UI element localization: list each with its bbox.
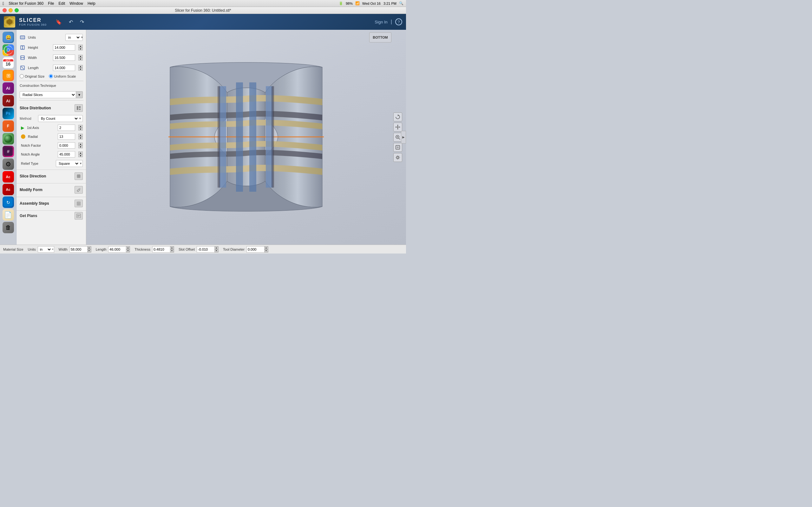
notch-angle-input[interactable] xyxy=(58,151,75,158)
notch-angle-up[interactable]: ▲ xyxy=(78,152,83,154)
units-bottom-select-wrap[interactable]: in cm mm ▼ xyxy=(38,246,54,252)
construction-dropdown-arrow[interactable]: ▼ xyxy=(76,91,83,98)
radial-down[interactable]: ▼ xyxy=(78,136,83,139)
slot-offset-input[interactable] xyxy=(197,247,214,251)
settings-button[interactable] xyxy=(393,153,402,162)
undo-button[interactable]: ↶ xyxy=(67,18,75,26)
slice-direction-header[interactable]: Slice Direction xyxy=(16,170,86,182)
height-down[interactable]: ▼ xyxy=(78,48,83,50)
notch-factor-input[interactable] xyxy=(58,142,75,149)
width-input[interactable] xyxy=(53,55,75,61)
slot-offset-down[interactable]: ▼ xyxy=(214,249,218,252)
dock-slack[interactable]: # xyxy=(3,146,14,157)
minimize-button[interactable] xyxy=(9,8,13,12)
dock-launchpad[interactable]: ⊞ xyxy=(3,70,14,81)
relief-select[interactable]: Square Rounded Dogbone xyxy=(56,161,79,166)
slice-direction-icon[interactable] xyxy=(74,172,83,180)
help-button[interactable]: ? xyxy=(395,18,402,25)
pan-button[interactable] xyxy=(393,123,402,131)
length-bottom-down[interactable]: ▼ xyxy=(126,249,130,252)
dock-ps[interactable]: Ps xyxy=(3,108,14,119)
width-bottom-input[interactable] xyxy=(70,247,87,251)
slot-offset-up[interactable]: ▲ xyxy=(214,246,218,249)
apple-menu[interactable]:  xyxy=(3,1,4,6)
axis-down[interactable]: ▼ xyxy=(78,128,83,130)
edit-menu[interactable]: Edit xyxy=(59,1,65,6)
thickness-up[interactable]: ▲ xyxy=(170,246,174,249)
slice-distribution-icon[interactable] xyxy=(74,104,83,112)
dock-calendar[interactable]: OCT 16 xyxy=(3,57,14,68)
get-plans-row[interactable]: Get Plans xyxy=(16,211,86,221)
dock-ball[interactable] xyxy=(3,133,14,145)
width-down[interactable]: ▼ xyxy=(78,58,83,60)
axis-up[interactable]: ▲ xyxy=(78,125,83,128)
rotate-button[interactable] xyxy=(393,112,402,121)
app-menu-name[interactable]: Slicer for Fusion 360 xyxy=(9,1,44,6)
thickness-input-wrap[interactable]: ▲ ▼ xyxy=(152,246,174,252)
notch-factor-down[interactable]: ▼ xyxy=(78,146,83,148)
viewport[interactable]: BOTTOM xyxy=(86,30,406,245)
tool-diameter-input[interactable] xyxy=(247,247,264,251)
get-plans-icon[interactable] xyxy=(74,212,83,220)
width-bottom-up[interactable]: ▲ xyxy=(87,246,91,249)
length-bottom-input-wrap[interactable]: ▲ ▼ xyxy=(108,246,130,252)
radial-up[interactable]: ▲ xyxy=(78,134,83,136)
units-select-wrap[interactable]: in cm mm ▼ xyxy=(65,34,83,41)
notch-factor-up[interactable]: ▲ xyxy=(78,143,83,146)
thickness-down[interactable]: ▼ xyxy=(170,249,174,252)
dock-ai2[interactable]: Ai xyxy=(3,95,14,107)
uniform-scale-radio[interactable] xyxy=(49,74,53,78)
thickness-input[interactable] xyxy=(153,247,170,251)
slice-distribution-header[interactable]: Slice Distribution xyxy=(16,102,86,114)
tool-diameter-down[interactable]: ▼ xyxy=(264,249,268,252)
bookmark-button[interactable]: 🔖 xyxy=(54,18,64,26)
slot-offset-input-wrap[interactable]: ▲ ▼ xyxy=(197,246,218,252)
dock-blue[interactable]: ↻ xyxy=(3,196,14,208)
method-select[interactable]: By Count By Distance xyxy=(38,116,79,121)
relief-select-wrap[interactable]: Square Rounded Dogbone ▼ xyxy=(56,160,83,167)
assembly-steps-icon[interactable] xyxy=(74,200,83,207)
sign-in-button[interactable]: Sign In xyxy=(374,20,387,24)
close-button[interactable] xyxy=(3,8,7,12)
collapse-panel-button[interactable]: ► xyxy=(401,131,406,144)
dock-gear[interactable]: ⚙ xyxy=(3,158,14,170)
tool-diameter-up[interactable]: ▲ xyxy=(264,246,268,249)
search-icon[interactable]: 🔍 xyxy=(399,1,403,5)
method-select-wrap[interactable]: By Count By Distance ▼ xyxy=(38,115,83,122)
dock-ai1[interactable]: Ai xyxy=(3,82,14,94)
dock-notepad[interactable]: 📄 xyxy=(3,209,14,221)
construction-select[interactable]: Radial Slices Stacked Slices Interlocked… xyxy=(20,91,76,98)
original-size-radio[interactable] xyxy=(20,74,24,78)
length-up[interactable]: ▲ xyxy=(78,65,83,68)
window-menu[interactable]: Window xyxy=(69,1,83,6)
dock-fusion[interactable]: F xyxy=(3,120,14,132)
height-up[interactable]: ▲ xyxy=(78,45,83,48)
help-menu[interactable]: Help xyxy=(88,1,96,6)
length-bottom-up[interactable]: ▲ xyxy=(126,246,130,249)
height-input[interactable] xyxy=(53,44,75,51)
radial-input[interactable] xyxy=(58,133,75,140)
modify-form-icon[interactable] xyxy=(74,186,83,193)
fit-button[interactable] xyxy=(393,143,402,152)
uniform-scale-option[interactable]: Uniform Scale xyxy=(49,74,76,78)
axis-input[interactable] xyxy=(58,124,75,131)
original-size-option[interactable]: Original Size xyxy=(20,74,44,78)
dock-acrobat1[interactable]: Ac xyxy=(3,171,14,182)
width-up[interactable]: ▲ xyxy=(78,55,83,58)
modify-form-header[interactable]: Modify Form xyxy=(16,183,86,195)
length-down[interactable]: ▼ xyxy=(78,68,83,71)
dock-finder[interactable]: 😀 xyxy=(3,32,14,43)
notch-angle-down[interactable]: ▼ xyxy=(78,154,83,157)
tool-diameter-input-wrap[interactable]: ▲ ▼ xyxy=(247,246,268,252)
length-input[interactable] xyxy=(53,65,75,71)
dock-acrobat2[interactable]: Ac xyxy=(3,184,14,195)
width-bottom-input-wrap[interactable]: ▲ ▼ xyxy=(69,246,91,252)
dock-chrome[interactable] xyxy=(3,44,14,56)
dock-trash[interactable]: 🗑 xyxy=(3,222,14,233)
width-bottom-down[interactable]: ▼ xyxy=(87,249,91,252)
assembly-steps-header[interactable]: Assembly Steps xyxy=(16,197,86,209)
view-label[interactable]: BOTTOM xyxy=(369,32,392,43)
maximize-button[interactable] xyxy=(14,8,19,12)
length-bottom-input[interactable] xyxy=(108,247,126,251)
file-menu[interactable]: File xyxy=(48,1,54,6)
